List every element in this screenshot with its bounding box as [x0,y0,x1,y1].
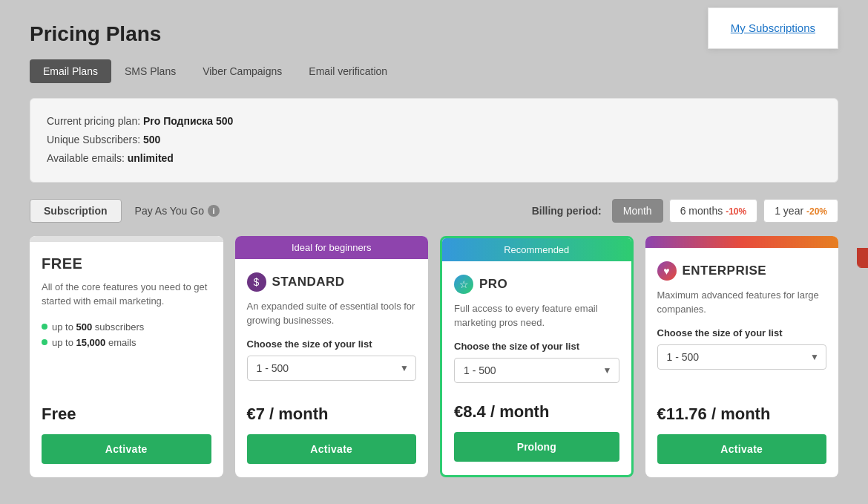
my-subscriptions-link[interactable]: My Subscriptions [731,22,815,34]
standard-icon: $ [247,272,266,292]
enterprise-name-row: ♥ ENTERPRISE [657,261,827,281]
free-plan-desc: All of the core features you need to get… [42,280,211,309]
enterprise-icon: ♥ [657,261,677,281]
standard-plan-body: $ STANDARD An expanded suite of essentia… [235,259,429,477]
free-plan-body: FREE All of the core features you need t… [30,242,223,477]
bullet-emails [42,339,47,345]
current-plan-line3: Available emails: unlimited [47,149,821,168]
standard-select-wrapper: 1 - 500 501 - 1000 1001 - 2500 2501 - 50… [247,356,417,381]
plan-card-standard: Ideal for beginners $ STANDARD An expand… [235,236,429,477]
info-icon: i [208,205,220,217]
enterprise-plan-body: ♥ ENTERPRISE Maximum advanced features f… [645,248,839,477]
standard-plan-desc: An expanded suite of essential tools for… [247,299,417,328]
standard-activate-button[interactable]: Activate [247,434,417,464]
subscription-tab[interactable]: Subscription [30,199,122,223]
current-plan-box: Current pricing plan: Pro Подписка 500 U… [30,98,838,183]
enterprise-choose-label: Choose the size of your list [657,327,827,338]
page-container: My Subscriptions Pricing Plans Email Pla… [0,0,868,500]
subscribers-value: 500 [143,134,160,145]
enterprise-plan-desc: Maximum advanced features for large comp… [657,288,827,317]
pay-as-you-go-tab[interactable]: Pay As You Go i [126,200,228,222]
plan-card-free: FREE All of the core features you need t… [30,236,223,477]
pro-prolong-button[interactable]: Prolong [454,432,619,462]
billing-right: Billing period: Month 6 months -10% 1 ye… [532,199,838,223]
standard-choose-label: Choose the size of your list [247,338,417,350]
pro-name-row: ☆ PRO [454,275,619,294]
standard-badge: Ideal for beginners [235,236,429,259]
pro-choose-label: Choose the size of your list [454,341,619,352]
current-plan-name: Pro Подписка 500 [143,115,233,127]
standard-list-select[interactable]: 1 - 500 501 - 1000 1001 - 2500 2501 - 50… [247,356,417,381]
pro-plan-desc: Full access to every feature email marke… [454,301,619,330]
standard-plan-name: STANDARD [272,275,345,289]
enterprise-plan-name: ENTERPRISE [683,264,767,278]
plans-grid: FREE All of the core features you need t… [30,236,838,477]
period-6months-btn[interactable]: 6 months -10% [669,199,758,223]
free-plan-name: FREE [42,255,211,272]
discount-1year: -20% [806,206,827,217]
plan-card-pro: Recommended ☆ PRO Full access to every f… [440,236,634,477]
discount-6months: -10% [726,206,746,217]
pro-select-wrapper: 1 - 500 501 - 1000 1001 - 2500 2501 - 50… [454,358,619,383]
current-plan-line2: Unique Subscribers: 500 [47,131,821,149]
tab-email-verification[interactable]: Email verification [295,59,401,83]
plan-card-enterprise: ♥ ENTERPRISE Maximum advanced features f… [645,236,839,477]
pro-plan-price: €8.4 / month [454,395,619,422]
pro-plan-body: ☆ PRO Full access to every feature email… [442,261,631,475]
current-plan-line1: Current pricing plan: Pro Подписка 500 [47,112,821,131]
free-activate-button[interactable]: Activate [42,434,211,464]
free-features-list: up to 500 subscribers up to 15,000 email… [42,319,211,350]
billing-left: Subscription Pay As You Go i [30,199,228,223]
period-month-btn[interactable]: Month [612,199,663,223]
standard-plan-price: €7 / month [247,397,417,424]
feature-emails: up to 15,000 emails [42,335,211,350]
pro-icon: ☆ [454,275,473,294]
free-plan-price: Free [42,397,211,424]
bullet-subscribers [42,324,47,330]
tabs-row: Email Plans SMS Plans Viber Campaigns Em… [30,59,838,83]
emails-value: unlimited [128,152,174,164]
tab-email-plans[interactable]: Email Plans [30,59,111,83]
feature-subscribers: up to 500 subscribers [42,319,211,335]
tab-sms-plans[interactable]: SMS Plans [111,59,189,83]
pro-plan-name: PRO [479,277,507,292]
tab-viber-campaigns[interactable]: Viber Campaigns [189,59,295,83]
my-subscriptions-box: My Subscriptions [708,7,838,49]
enterprise-list-select[interactable]: 1 - 500 501 - 1000 1001 - 2500 2501 - 50… [657,344,827,370]
billing-period-label: Billing period: [532,205,602,217]
enterprise-activate-button[interactable]: Activate [657,434,827,464]
free-card-top-bar [30,236,223,242]
billing-row: Subscription Pay As You Go i Billing per… [30,199,838,223]
standard-name-row: $ STANDARD [247,272,417,292]
enterprise-select-wrapper: 1 - 500 501 - 1000 1001 - 2500 2501 - 50… [657,344,827,370]
chats-tab[interactable]: Chats [857,247,868,267]
period-1year-btn[interactable]: 1 year -20% [763,199,838,223]
enterprise-badge [645,236,839,248]
pro-list-select[interactable]: 1 - 500 501 - 1000 1001 - 2500 2501 - 50… [454,358,619,383]
enterprise-plan-price: €11.76 / month [657,397,827,424]
pro-badge: Recommended [442,238,631,261]
